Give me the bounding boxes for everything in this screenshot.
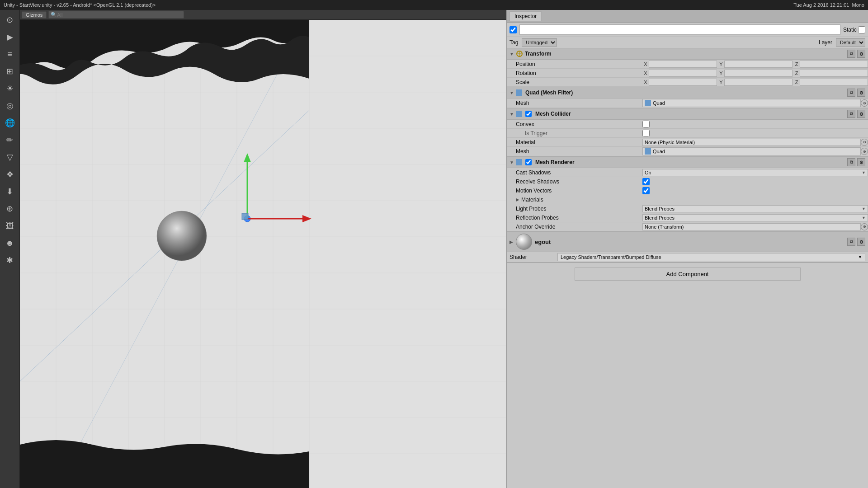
viewport[interactable] [20, 20, 506, 488]
material-expand-arrow[interactable]: ▶ [509, 239, 513, 244]
sidebar-face[interactable]: ☻ [2, 235, 18, 251]
rotation-y-input[interactable]: 0 [724, 70, 793, 77]
sidebar-light[interactable]: ☀ [2, 80, 18, 97]
position-y-axis: Y [718, 61, 724, 67]
sidebar-chrome[interactable]: ⊕ [2, 201, 18, 217]
mesh-renderer-settings-icon[interactable]: ⚙ [857, 158, 865, 166]
transform-settings-icon[interactable]: ⚙ [857, 50, 865, 58]
titlebar-time: Tue Aug 2 2016 12:21:01 [793, 2, 849, 8]
position-x-input[interactable]: -82.905 [649, 61, 717, 68]
position-z-axis: Z [793, 61, 800, 67]
light-probes-value: Blend Probes ▼ [642, 205, 868, 212]
collider-mesh-target[interactable]: ⊙ [861, 148, 868, 155]
collider-mesh-icon [645, 148, 651, 155]
position-label: Position [507, 61, 642, 67]
mesh-collider-title: Mesh Collider [535, 111, 571, 117]
motion-vectors-row: Motion Vectors [507, 186, 868, 195]
trigger-checkbox[interactable] [642, 130, 650, 137]
mesh-filter-copy-icon[interactable]: ⧉ [847, 89, 855, 97]
rotation-x-input[interactable]: 0 [649, 70, 717, 77]
mesh-filter-mesh-icon [645, 100, 651, 106]
sidebar-puzzle[interactable]: ❖ [2, 166, 18, 183]
static-row: Static [843, 26, 865, 33]
sidebar-globe[interactable]: 🌐 [2, 115, 18, 131]
light-probes-label: Light Probes [507, 206, 642, 212]
reflection-probes-dropdown[interactable]: Blend Probes ▼ [642, 214, 868, 221]
sidebar-photo[interactable]: 🖼 [2, 218, 18, 234]
sidebar-gradient[interactable]: ▽ [2, 149, 18, 165]
position-y-input[interactable]: -0.997 [724, 61, 793, 68]
collider-material-field[interactable]: None (Physic Material) [642, 139, 861, 146]
mesh-collider-copy-icon[interactable]: ⧉ [847, 110, 855, 118]
sidebar-terminal[interactable]: ▶ [2, 29, 18, 45]
object-name-input[interactable]: Quad [519, 24, 840, 35]
layer-select[interactable]: Default [836, 38, 865, 47]
motion-vectors-checkbox[interactable] [642, 187, 650, 194]
materials-expand-arrow[interactable]: ▶ [516, 197, 519, 202]
mesh-renderer-enabled-checkbox[interactable] [525, 159, 532, 165]
add-component-button[interactable]: Add Component [575, 267, 801, 281]
mesh-collider-icons: ⧉ ⚙ [847, 110, 865, 118]
tag-select[interactable]: Untagged [522, 38, 557, 47]
transform-header[interactable]: ▼ Transform ⧉ ⚙ [507, 48, 868, 60]
gizmos-button[interactable]: Gizmos [22, 11, 47, 19]
viewport-container: Gizmos 🔍 [20, 10, 506, 488]
mesh-filter-component: ▼ Quad (Mesh Filter) ⧉ ⚙ Mesh Quad ⊙ [507, 87, 868, 108]
sidebar-brush[interactable]: ✏ [2, 132, 18, 148]
receive-shadows-checkbox[interactable] [642, 178, 650, 185]
material-settings-icon[interactable]: ⚙ [857, 238, 865, 246]
cast-shadows-dropdown[interactable]: On ▼ [642, 169, 868, 176]
mesh-collider-enabled-checkbox[interactable] [525, 111, 532, 117]
transform-copy-icon[interactable]: ⧉ [847, 50, 855, 58]
position-z-field: Z 0 [793, 61, 868, 68]
rotation-z-input[interactable]: 0 [800, 70, 868, 77]
rotation-z-axis: Z [793, 70, 800, 76]
mesh-filter-mesh-field[interactable]: Quad [642, 99, 861, 107]
receive-shadows-row: Receive Shadows [507, 177, 868, 186]
mesh-filter-header[interactable]: ▼ Quad (Mesh Filter) ⧉ ⚙ [507, 87, 868, 99]
collider-mesh-field[interactable]: Quad [642, 147, 861, 155]
static-checkbox[interactable] [858, 26, 865, 33]
anchor-override-label: Anchor Override [507, 224, 642, 230]
mesh-collider-settings-icon[interactable]: ⚙ [857, 110, 865, 118]
anchor-override-value: None (Transform) ⊙ [642, 223, 868, 230]
sidebar-download[interactable]: ⬇ [2, 183, 18, 200]
inspector-tab[interactable]: Inspector [509, 11, 542, 21]
sidebar-camera[interactable]: ◎ [2, 98, 18, 114]
mesh-renderer-copy-icon[interactable]: ⧉ [847, 158, 855, 166]
transform-component: ▼ Transform ⧉ ⚙ Position X -82 [507, 48, 868, 87]
material-row: ▶ egout ⧉ ⚙ [507, 232, 868, 252]
rotation-y-field: Y 0 [718, 70, 793, 77]
mesh-renderer-title: Mesh Renderer [535, 159, 575, 165]
mesh-filter-settings-icon[interactable]: ⚙ [857, 89, 865, 97]
mesh-collider-material-row: Material None (Physic Material) ⊙ [507, 138, 868, 147]
anchor-override-target[interactable]: ⊙ [861, 223, 868, 230]
mesh-filter-mesh-target[interactable]: ⊙ [861, 99, 868, 107]
sidebar-apps[interactable]: ⊞ [2, 63, 18, 80]
sidebar-splatter[interactable]: ✱ [2, 252, 18, 268]
search-bar[interactable]: 🔍 [48, 11, 184, 19]
collider-material-label: Material [507, 139, 642, 145]
svg-rect-30 [242, 213, 248, 220]
mesh-filter-mesh-value: Quad ⊙ [642, 99, 868, 107]
main-layout: ⊙ ▶ ≡ ⊞ ☀ ◎ 🌐 ✏ ▽ ❖ ⬇ ⊕ 🖼 ☻ ✱ Gizmos 🔍 [0, 10, 868, 488]
position-z-input[interactable]: 0 [800, 61, 868, 68]
object-active-checkbox[interactable] [509, 26, 517, 33]
tag-label: Tag [509, 39, 518, 46]
light-probes-dropdown[interactable]: Blend Probes ▼ [642, 205, 868, 212]
sidebar-hierarchy[interactable]: ≡ [2, 46, 18, 62]
search-input[interactable] [57, 12, 182, 18]
scale-fields: X 1 Y 1 Z 1 [642, 79, 868, 86]
shader-dropdown[interactable]: Legacy Shaders/Transparent/Bumped Diffus… [557, 253, 865, 261]
convex-checkbox[interactable] [642, 121, 650, 128]
mesh-collider-header[interactable]: ▼ Mesh Collider ⧉ ⚙ [507, 108, 868, 120]
scale-z-input[interactable]: 1 [800, 79, 868, 86]
titlebar-mono: Mono [852, 2, 864, 8]
anchor-override-field[interactable]: None (Transform) [642, 223, 861, 230]
mesh-renderer-header[interactable]: ▼ Mesh Renderer ⧉ ⚙ [507, 157, 868, 168]
sidebar-unity-logo[interactable]: ⊙ [2, 12, 18, 28]
material-copy-icon[interactable]: ⧉ [847, 238, 855, 246]
scale-x-input[interactable]: 1 [649, 79, 717, 86]
collider-material-target[interactable]: ⊙ [861, 139, 868, 146]
scale-y-input[interactable]: 1 [724, 79, 793, 86]
